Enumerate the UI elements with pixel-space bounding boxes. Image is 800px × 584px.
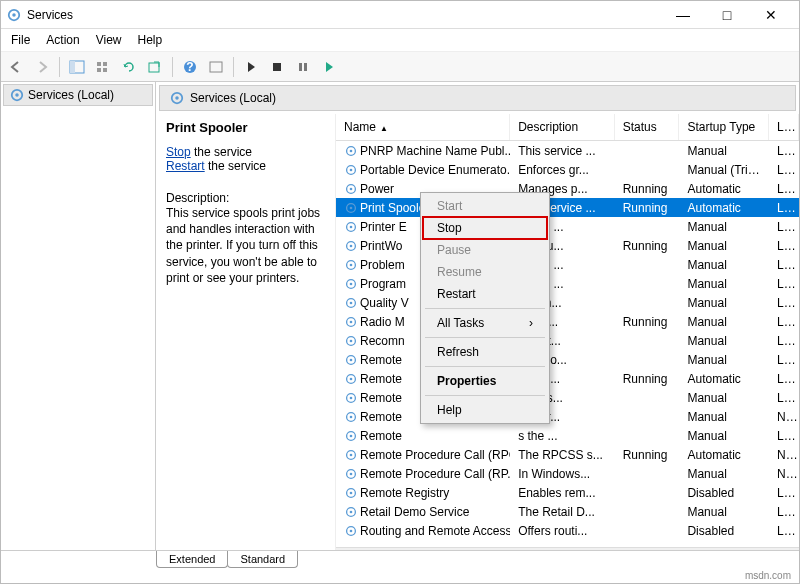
svg-point-42 (350, 358, 353, 361)
menu-action[interactable]: Action (46, 33, 79, 47)
service-row[interactable]: Remotete Des...ManualLoca (336, 388, 799, 407)
menu-view[interactable]: View (96, 33, 122, 47)
service-row[interactable]: Remotees a co...ManualLoca (336, 350, 799, 369)
service-row[interactable]: Portable Device Enumerato...Enforces gr.… (336, 160, 799, 179)
column-status[interactable]: Status (615, 114, 680, 140)
ctx-help[interactable]: Help (423, 399, 547, 421)
ctx-start[interactable]: Start (423, 195, 547, 217)
cell-logon: Loca (769, 524, 799, 538)
service-row[interactable]: Retail Demo ServiceThe Retail D...Manual… (336, 502, 799, 521)
svg-rect-3 (70, 61, 75, 73)
cell-logon: Loca (769, 182, 799, 196)
service-row[interactable]: Remoteges di...RunningAutomaticLoca (336, 369, 799, 388)
ctx-resume[interactable]: Resume (423, 261, 547, 283)
service-row[interactable]: Remotes the ...ManualLoca (336, 426, 799, 445)
column-description[interactable]: Description (510, 114, 615, 140)
list-rows: PNRP Machine Name Publ...This service ..… (336, 141, 799, 547)
service-row[interactable]: Remote Procedure Call (RPC)The RPCSS s..… (336, 445, 799, 464)
pane-icon (69, 60, 85, 74)
menu-help[interactable]: Help (138, 33, 163, 47)
service-row[interactable]: Remote Procedure Call (RP...In Windows..… (336, 464, 799, 483)
service-row[interactable]: PowerManages p...RunningAutomaticLoca (336, 179, 799, 198)
refresh-button[interactable] (118, 56, 140, 78)
service-row[interactable]: PrintWodes su...RunningManualLoca (336, 236, 799, 255)
column-startup[interactable]: Startup Type (679, 114, 769, 140)
service-row[interactable]: Recomnes aut...ManualLoca (336, 331, 799, 350)
service-row[interactable]: Print SpoolerThis service ...RunningAuto… (336, 198, 799, 217)
cell-startup: Manual (679, 144, 769, 158)
service-row[interactable]: Radio MMana...RunningManualLoca (336, 312, 799, 331)
minimize-button[interactable]: — (661, 1, 705, 29)
maximize-button[interactable]: □ (705, 1, 749, 29)
tab-extended[interactable]: Extended (156, 551, 228, 568)
tree-root[interactable]: Services (Local) (3, 84, 153, 106)
ctx-all-tasks[interactable]: All Tasks› (423, 312, 547, 334)
column-logon[interactable]: Log On As (769, 114, 799, 140)
cell-status: Running (615, 372, 680, 386)
stop-service-link[interactable]: Stop (166, 145, 191, 159)
cell-startup: Manual (679, 315, 769, 329)
cell-name: Remote Procedure Call (RPC) (336, 448, 510, 462)
ctx-refresh[interactable]: Refresh (423, 341, 547, 363)
action-pane-button[interactable] (205, 56, 227, 78)
scroll-right-icon[interactable]: ▶ (785, 548, 799, 550)
gear-icon (344, 239, 358, 253)
tab-standard[interactable]: Standard (227, 551, 298, 568)
svg-point-46 (350, 396, 353, 399)
service-row[interactable]: Printer Eervice ...ManualLoca (336, 217, 799, 236)
menu-file[interactable]: File (11, 33, 30, 47)
svg-point-16 (15, 93, 19, 97)
svg-point-38 (350, 320, 353, 323)
list-header: Name▲ Description Status Startup Type Lo… (336, 114, 799, 141)
horizontal-scrollbar[interactable]: ◀ ▶ (336, 547, 799, 550)
menubar: File Action View Help (1, 29, 799, 52)
svg-point-40 (350, 339, 353, 342)
service-row[interactable]: Remotes user...ManualNetv (336, 407, 799, 426)
service-row[interactable]: Quality Vty Win...ManualLoca (336, 293, 799, 312)
restart-service-link[interactable]: Restart (166, 159, 205, 173)
cell-logon: Loca (769, 258, 799, 272)
cell-startup: Manual (679, 353, 769, 367)
ctx-properties[interactable]: Properties (423, 370, 547, 392)
gear-icon (344, 410, 358, 424)
column-name[interactable]: Name▲ (336, 114, 510, 140)
cell-status: Running (615, 448, 680, 462)
cell-startup: Automatic (679, 448, 769, 462)
svg-rect-4 (97, 62, 101, 66)
cell-logon: Netv (769, 448, 799, 462)
svg-point-28 (350, 225, 353, 228)
pause-service-button[interactable] (292, 56, 314, 78)
service-row[interactable]: Programervice ...ManualLoca (336, 274, 799, 293)
forward-button[interactable] (31, 56, 53, 78)
ctx-stop[interactable]: Stop (423, 217, 547, 239)
scroll-left-icon[interactable]: ◀ (336, 548, 350, 550)
service-row[interactable]: PNRP Machine Name Publ...This service ..… (336, 141, 799, 160)
gear-icon (344, 182, 358, 196)
gear-icon (344, 448, 358, 462)
export-button[interactable] (144, 56, 166, 78)
restart-service-button[interactable] (318, 56, 340, 78)
ctx-pause[interactable]: Pause (423, 239, 547, 261)
window-icon (208, 60, 224, 74)
back-button[interactable] (5, 56, 27, 78)
cell-startup: Automatic (679, 201, 769, 215)
pause-icon (296, 60, 310, 74)
service-row[interactable]: Routing and Remote AccessOffers routi...… (336, 521, 799, 540)
properties-button[interactable] (92, 56, 114, 78)
ctx-separator (425, 337, 545, 338)
cell-startup: Disabled (679, 486, 769, 500)
stop-service-button[interactable] (266, 56, 288, 78)
close-button[interactable]: ✕ (749, 1, 793, 29)
cell-logon: Loca (769, 429, 799, 443)
ctx-restart[interactable]: Restart (423, 283, 547, 305)
start-service-button[interactable] (240, 56, 262, 78)
svg-point-54 (350, 472, 353, 475)
show-hide-button[interactable] (66, 56, 88, 78)
footer: msdn.com (1, 568, 799, 583)
arrow-left-icon (8, 60, 24, 74)
help-button[interactable]: ? (179, 56, 201, 78)
service-row[interactable]: Remote RegistryEnables rem...DisabledLoc… (336, 483, 799, 502)
service-row[interactable]: Problemervice ...ManualLoca (336, 255, 799, 274)
svg-rect-12 (273, 63, 281, 71)
window-title: Services (27, 8, 661, 22)
